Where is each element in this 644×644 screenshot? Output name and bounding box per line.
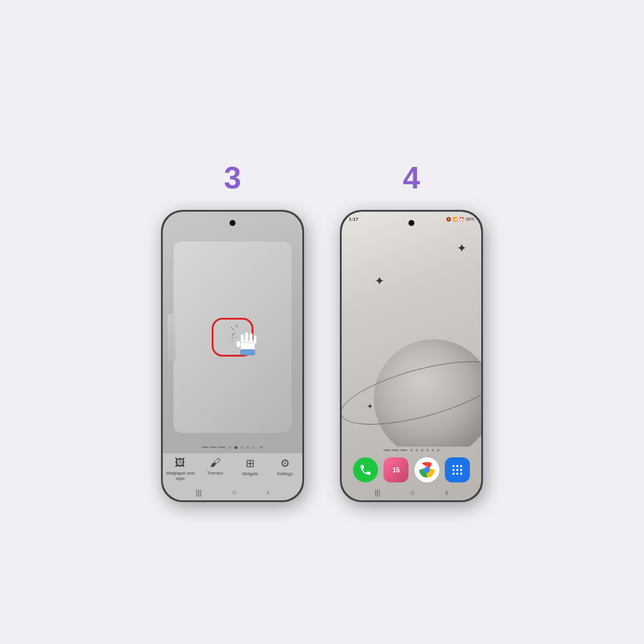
svg-point-19 (453, 473, 455, 475)
dock-dot-3 (421, 449, 423, 451)
phone-4-screen: 1:17 🔕 📶 ⏰ 99% ✦ ✦ ✦ (342, 212, 481, 500)
dock-lines (383, 449, 407, 451)
camera-notch-3 (230, 220, 236, 226)
nav-widgets-label: Widgets (242, 471, 258, 476)
svg-line-0 (232, 333, 235, 336)
svg-point-13 (453, 465, 455, 467)
home-btn-4[interactable]: ○ (410, 488, 415, 497)
svg-rect-9 (241, 349, 255, 355)
widgets-icon: ⊞ (246, 457, 255, 470)
page-indicators: + (163, 440, 302, 453)
svg-point-16 (453, 469, 455, 471)
nav-wallpaper[interactable]: 🖼 Wallpaper andstyle (164, 457, 197, 481)
back-btn[interactable]: ‹ (267, 488, 269, 497)
svg-point-12 (424, 467, 429, 473)
home-screen-wallpaper: ✦ ✦ ✦ (342, 223, 481, 447)
system-nav-3: ||| ○ ‹ (163, 484, 302, 500)
step-4-section: 4 1:17 🔕 📶 ⏰ 99% ✦ ✦ ✦ (340, 160, 483, 502)
svg-point-14 (456, 465, 459, 467)
chrome-app-icon[interactable] (414, 457, 439, 482)
dot-3 (240, 446, 243, 449)
phone-4: 1:17 🔕 📶 ⏰ 99% ✦ ✦ ✦ (340, 210, 483, 502)
dock-dot-4 (426, 449, 429, 451)
recent-apps-btn[interactable]: ||| (196, 488, 202, 497)
svg-point-18 (460, 469, 463, 471)
svg-rect-6 (249, 333, 252, 343)
dock-dot-5 (432, 449, 434, 451)
dock-page-dots (342, 447, 481, 454)
phone-app-icon[interactable] (353, 457, 378, 482)
settings-icon: ⚙ (280, 457, 290, 470)
svg-point-15 (460, 465, 463, 467)
hand-cursor (231, 318, 264, 354)
sparkle-1: ✦ (457, 241, 467, 255)
dot-4 (246, 446, 249, 449)
dot-1 (228, 446, 231, 449)
wallpaper-icon: 🖼 (175, 457, 185, 469)
nav-settings[interactable]: ⚙ Settings (268, 457, 301, 476)
add-dot: + (259, 444, 263, 451)
svg-line-1 (231, 327, 234, 330)
phone-3-screen: + (163, 212, 302, 500)
svg-rect-7 (253, 335, 256, 344)
recent-apps-btn-4[interactable]: ||| (374, 488, 380, 497)
step-3-number: 3 (224, 160, 242, 196)
back-btn-4[interactable]: ‹ (445, 487, 448, 498)
time: 1:17 (349, 216, 358, 222)
phone-3-inner: + (163, 212, 302, 500)
status-icons: 🔕 📶 ⏰ 99% (446, 217, 474, 222)
wallpaper-nav-bar: 🖼 Wallpaper andstyle 🖌 Themes ⊞ Widgets (163, 453, 302, 484)
svg-point-20 (456, 473, 459, 475)
dock-dot-6 (437, 449, 439, 451)
nav-themes-label: Themes (207, 470, 223, 476)
svg-point-21 (460, 473, 463, 475)
lines-indicator (202, 447, 225, 448)
app-dock: 15 (342, 454, 481, 485)
add-widget-button[interactable]: + (212, 318, 253, 357)
svg-line-2 (236, 324, 237, 327)
camera-notch-4 (408, 220, 414, 226)
svg-rect-4 (241, 334, 244, 343)
dock-dot-1 (410, 449, 413, 451)
svg-rect-5 (245, 332, 248, 343)
svg-point-8 (236, 340, 240, 347)
svg-point-17 (456, 469, 459, 471)
app-grid-icon[interactable] (445, 457, 470, 482)
nav-settings-label: Settings (277, 471, 293, 476)
nav-themes[interactable]: 🖌 Themes (199, 457, 231, 476)
sparkle-2: ✦ (374, 274, 385, 288)
step-3-section: 3 + (161, 160, 304, 502)
step-4-number: 4 (403, 160, 420, 196)
dock-dot-2 (416, 449, 418, 451)
main-container: 3 + (161, 142, 483, 502)
system-nav-4: ||| ○ ‹ (342, 485, 481, 500)
dot-5 (252, 446, 255, 449)
side-preview (168, 314, 176, 361)
phone-3: + (161, 210, 304, 502)
dot-2 (234, 446, 237, 449)
home-btn[interactable]: ○ (232, 488, 237, 497)
nav-wallpaper-label: Wallpaper andstyle (166, 470, 194, 481)
nav-widgets[interactable]: ⊞ Widgets (234, 457, 267, 476)
wallpaper-area: + (174, 242, 292, 433)
store-app-icon[interactable]: 15 (383, 457, 408, 482)
themes-icon: 🖌 (210, 457, 221, 469)
phone-4-inner: 1:17 🔕 📶 ⏰ 99% ✦ ✦ ✦ (342, 212, 481, 500)
